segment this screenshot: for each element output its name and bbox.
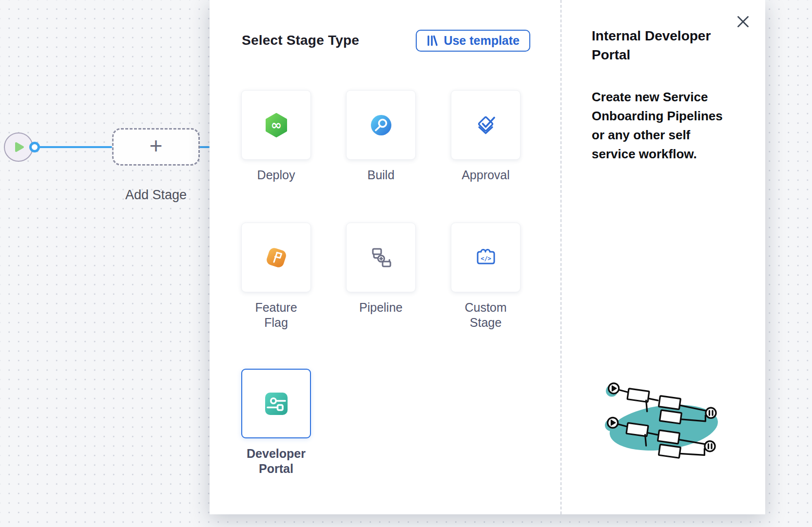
- stage-label: Developer Portal: [244, 446, 309, 476]
- developer-portal-sliders-icon: [264, 392, 289, 416]
- play-icon: [15, 142, 24, 152]
- stage-label: Feature Flag: [244, 300, 309, 330]
- detail-description: Create new Service Onboarding Pipelines …: [592, 88, 734, 164]
- feature-flag-icon: [264, 245, 289, 270]
- stage-card-custom-stage: </> Custom Stage: [451, 223, 521, 330]
- stage-label: Custom Stage: [454, 300, 518, 330]
- developer-portal-card[interactable]: [241, 369, 311, 438]
- svg-text:</>: </>: [481, 255, 491, 262]
- approval-card[interactable]: [451, 90, 521, 160]
- stage-label: Deploy: [244, 168, 309, 183]
- template-library-icon: [426, 35, 438, 47]
- connector-line: [39, 146, 112, 148]
- close-icon: [736, 15, 750, 28]
- pipeline-illustration: [599, 375, 751, 484]
- deploy-card[interactable]: ∞: [241, 90, 311, 160]
- custom-stage-code-icon: </>: [474, 246, 498, 269]
- add-stage-label: Add Stage: [107, 188, 205, 203]
- pipeline-card[interactable]: [346, 223, 416, 292]
- stage-label: Approval: [454, 168, 518, 183]
- stage-type-panel: Select Stage Type Use template: [210, 0, 561, 514]
- svg-text:∞: ∞: [271, 117, 282, 132]
- stage-label: Build: [349, 168, 413, 183]
- stage-card-pipeline: Pipeline: [346, 223, 416, 315]
- stage-type-grid: ∞ Deploy Build: [241, 90, 534, 475]
- stage-panel-header: Select Stage Type Use template: [242, 29, 530, 52]
- use-template-button[interactable]: Use template: [416, 30, 530, 52]
- feature-flag-card[interactable]: [241, 223, 311, 292]
- pipeline-start-node[interactable]: [4, 132, 33, 162]
- pipeline-studio-canvas: { "canvas": { "add_stage_label": "Add St…: [0, 0, 812, 527]
- pipeline-nodes-icon: [369, 245, 393, 270]
- stage-detail-panel: Internal Developer Portal Create new Ser…: [561, 0, 765, 514]
- connector-line-stub: [199, 146, 210, 148]
- select-stage-modal: Select Stage Type Use template: [210, 0, 765, 514]
- detail-title: Internal Developer Portal: [592, 26, 734, 64]
- connector-port[interactable]: [29, 142, 40, 152]
- approval-diamond-check-icon: [474, 113, 498, 137]
- build-card[interactable]: [346, 90, 416, 160]
- ci-circle-search-icon: [370, 114, 392, 136]
- custom-stage-card[interactable]: </>: [451, 223, 521, 292]
- stage-card-approval: Approval: [451, 90, 521, 183]
- stage-card-build: Build: [346, 90, 416, 183]
- close-button[interactable]: [735, 14, 751, 29]
- use-template-label: Use template: [444, 34, 520, 48]
- stage-label: Pipeline: [349, 300, 413, 315]
- stage-card-developer-portal: Developer Portal: [241, 369, 311, 476]
- plus-icon: +: [150, 134, 163, 157]
- cd-hexagon-infinity-icon: ∞: [265, 113, 288, 137]
- add-stage-button[interactable]: +: [112, 128, 200, 166]
- panel-title: Select Stage Type: [242, 33, 359, 48]
- stage-card-deploy: ∞ Deploy: [241, 90, 311, 183]
- stage-card-feature-flag: Feature Flag: [241, 223, 311, 330]
